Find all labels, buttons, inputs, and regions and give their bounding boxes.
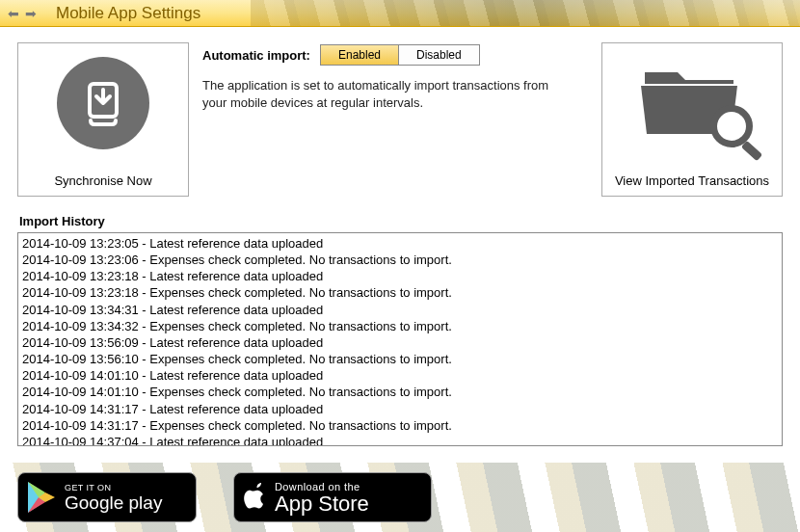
synchronise-now-panel[interactable]: Synchronise Now	[17, 42, 189, 197]
google-play-small: GET IT ON	[65, 483, 162, 492]
history-entry: 2014-10-09 13:23:18 - Latest reference d…	[22, 268, 778, 284]
history-entry: 2014-10-09 13:34:32 - Expenses check com…	[22, 318, 778, 334]
history-entry: 2014-10-09 13:23:18 - Expenses check com…	[22, 284, 778, 301]
import-history-label: Import History	[19, 214, 783, 228]
auto-import-description: The application is set to automatically …	[202, 77, 559, 111]
history-entry: 2014-10-09 13:56:10 - Expenses check com…	[22, 351, 778, 367]
sync-icon	[57, 57, 149, 149]
import-history-list[interactable]: 2014-10-09 13:23:05 - Latest reference d…	[17, 232, 783, 446]
google-play-badge[interactable]: GET IT ON Google play	[17, 472, 197, 522]
history-entry: 2014-10-09 14:37:04 - Latest reference d…	[22, 434, 778, 446]
history-entry: 2014-10-09 14:01:10 - Expenses check com…	[22, 384, 778, 400]
history-entry: 2014-10-09 13:23:06 - Expenses check com…	[22, 252, 778, 268]
view-transactions-panel[interactable]: View Imported Transactions	[601, 42, 783, 197]
back-arrow-icon[interactable]: ⬅	[8, 6, 19, 21]
folder-search-icon	[639, 57, 745, 142]
app-store-badge[interactable]: Download on the App Store	[233, 472, 432, 522]
auto-import-section: Automatic import: Enabled Disabled The a…	[202, 42, 588, 111]
history-entry: 2014-10-09 13:23:05 - Latest reference d…	[22, 235, 778, 252]
google-play-text: GET IT ON Google play	[65, 483, 162, 512]
history-entry: 2014-10-09 14:01:10 - Latest reference d…	[22, 367, 778, 384]
view-panel-label: View Imported Transactions	[615, 173, 769, 188]
store-badge-row: GET IT ON Google play Download on the Ap…	[0, 463, 800, 532]
apple-icon	[242, 483, 271, 512]
content-area: Synchronise Now Automatic import: Enable…	[0, 27, 800, 446]
history-entry: 2014-10-09 13:34:31 - Latest reference d…	[22, 302, 778, 318]
google-play-big: Google play	[65, 493, 162, 512]
app-store-text: Download on the App Store	[275, 481, 369, 515]
history-entry: 2014-10-09 14:31:17 - Expenses check com…	[22, 417, 778, 434]
sync-panel-label: Synchronise Now	[54, 173, 151, 188]
app-store-big: App Store	[275, 493, 369, 515]
top-row: Synchronise Now Automatic import: Enable…	[17, 42, 783, 197]
auto-import-row: Automatic import: Enabled Disabled	[202, 44, 588, 66]
app-store-small: Download on the	[275, 481, 369, 492]
enabled-button[interactable]: Enabled	[321, 45, 399, 65]
disabled-button[interactable]: Disabled	[399, 45, 479, 65]
google-play-icon	[26, 480, 57, 515]
auto-import-toggle: Enabled Disabled	[320, 44, 480, 66]
history-entry: 2014-10-09 13:56:09 - Latest reference d…	[22, 334, 778, 351]
forward-arrow-icon[interactable]: ➡	[25, 6, 37, 21]
auto-import-label: Automatic import:	[202, 48, 310, 63]
history-entry: 2014-10-09 14:31:17 - Latest reference d…	[22, 401, 778, 417]
page-title: Mobile App Settings	[56, 4, 200, 23]
header-bar: ⬅ ➡ Mobile App Settings	[0, 0, 800, 27]
